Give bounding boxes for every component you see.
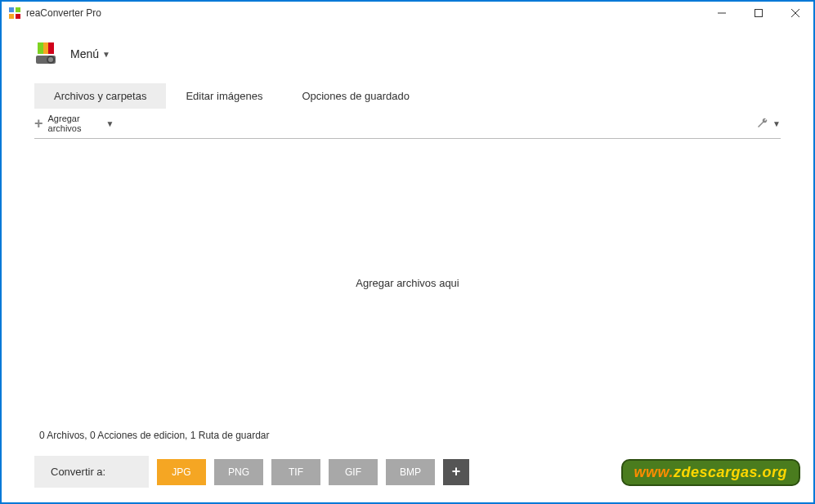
window-title: reaConverter Pro	[26, 7, 703, 19]
watermark-badge: www.zdescargas.org	[621, 459, 800, 486]
add-format-button[interactable]: +	[443, 459, 469, 485]
menu-label: Menú	[70, 47, 99, 60]
tab-bar: Archivos y carpetas Editar imágenes Opci…	[34, 83, 781, 109]
camera-icon	[34, 41, 60, 67]
format-png-button[interactable]: PNG	[214, 459, 263, 485]
chevron-down-icon: ▼	[102, 50, 110, 59]
svg-rect-0	[9, 7, 14, 12]
svg-rect-1	[16, 7, 20, 12]
settings-button[interactable]: ▼	[756, 117, 781, 130]
wrench-icon	[756, 117, 769, 130]
format-tif-button[interactable]: TIF	[271, 459, 320, 485]
status-text: 0 Archivos, 0 Acciones de edicion, 1 Rut…	[34, 426, 781, 456]
format-jpg-button[interactable]: JPG	[157, 459, 206, 485]
minimize-button[interactable]	[703, 2, 740, 25]
format-gif-button[interactable]: GIF	[329, 459, 378, 485]
add-files-label: Agregar archivos	[48, 114, 82, 133]
svg-rect-9	[38, 42, 43, 54]
tab-save-options[interactable]: Opciones de guardado	[282, 83, 429, 109]
tab-edit-images[interactable]: Editar imágenes	[166, 83, 282, 109]
chevron-down-icon: ▼	[772, 119, 781, 128]
add-files-button[interactable]: + Agregar archivos ▼	[34, 114, 114, 133]
svg-rect-5	[755, 10, 762, 17]
menu-dropdown[interactable]: Menú ▼	[34, 41, 781, 67]
format-bmp-button[interactable]: BMP	[386, 459, 435, 485]
svg-rect-11	[48, 42, 54, 54]
app-window: reaConverter Pro Menú ▼	[0, 0, 815, 504]
close-button[interactable]	[777, 2, 813, 25]
file-drop-area[interactable]: Agregar archivos aqui	[34, 139, 781, 426]
content-area: Menú ▼ Archivos y carpetas Editar imágen…	[2, 25, 813, 502]
chevron-down-icon: ▼	[105, 119, 114, 128]
maximize-button[interactable]	[740, 2, 777, 25]
svg-point-14	[48, 57, 53, 62]
svg-rect-2	[9, 14, 14, 19]
toolbar: + Agregar archivos ▼ ▼	[34, 109, 781, 139]
plus-icon: +	[34, 115, 43, 132]
convert-to-label: Convertir a:	[34, 456, 149, 488]
app-icon	[8, 7, 21, 20]
tab-files-folders[interactable]: Archivos y carpetas	[34, 83, 166, 109]
svg-rect-3	[16, 14, 20, 19]
window-controls	[703, 2, 813, 25]
svg-rect-10	[43, 42, 48, 54]
title-bar: reaConverter Pro	[2, 2, 813, 25]
drop-hint-text: Agregar archivos aqui	[356, 277, 459, 289]
